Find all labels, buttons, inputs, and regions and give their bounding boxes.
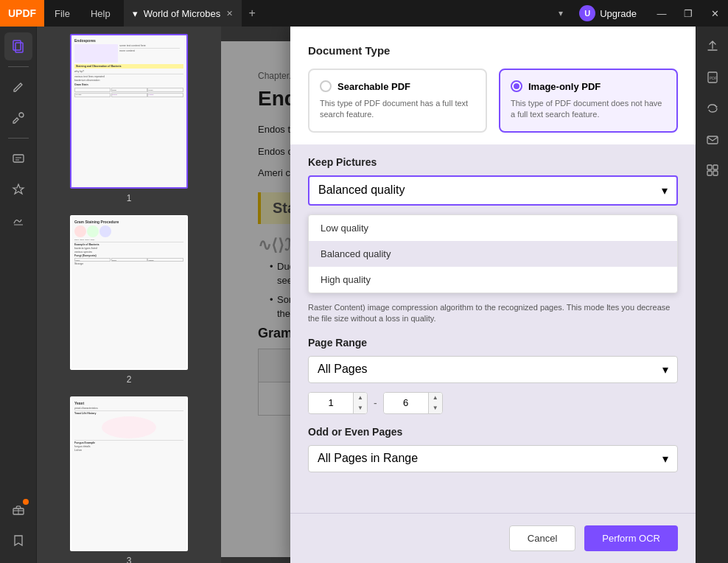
page-from-down[interactable]: ▼ — [354, 403, 367, 413]
pdf-save-icon[interactable]: PDF — [699, 63, 727, 91]
page-range-dropdown[interactable]: All Pages ▾ — [308, 356, 678, 383]
cancel-button[interactable]: Cancel — [509, 525, 575, 551]
thumbnail-number-3: 3 — [127, 556, 132, 563]
stamp-icon[interactable] — [4, 175, 32, 203]
content-area: Chapter... End Endos that are harmed by … — [221, 27, 696, 563]
pages-icon[interactable] — [4, 32, 32, 60]
quality-dropdown-container: Balanced quality ▾ — [308, 175, 678, 206]
image-only-pdf-radio[interactable] — [511, 80, 522, 92]
thumbnail-image-2[interactable]: Gram Staining Procedure step1step2step3s… — [70, 215, 188, 370]
close-button[interactable]: ✕ — [701, 0, 728, 27]
page-range-inputs: ▲ ▼ - ▲ ▼ — [308, 392, 678, 414]
quality-option-high[interactable]: High quality — [309, 267, 677, 293]
page-range-separator: - — [374, 397, 377, 409]
quality-dropdown-popup: Low quality Balanced quality High qualit… — [308, 214, 678, 293]
help-menu[interactable]: Help — [80, 0, 121, 27]
upgrade-section: U Upgrade — [570, 5, 645, 21]
svg-rect-15 — [713, 171, 718, 175]
tab-close-icon[interactable]: ✕ — [226, 9, 233, 18]
page-to-input[interactable] — [384, 393, 428, 413]
page-range-arrow: ▾ — [662, 363, 668, 377]
svg-point-2 — [19, 113, 24, 117]
page-from-input[interactable] — [309, 393, 353, 413]
svg-rect-14 — [707, 171, 712, 175]
thumbnail-item-2[interactable]: Gram Staining Procedure step1step2step3s… — [44, 215, 214, 385]
new-tab-button[interactable]: + — [242, 7, 262, 20]
page-range-label: All Pages — [318, 363, 368, 376]
thumbnail-item-1[interactable]: Endospores some text content here more c… — [44, 34, 214, 203]
tab-arrow-icon: ▾ — [133, 8, 138, 19]
odd-even-dropdown-container: All Pages in Range ▾ — [308, 445, 678, 472]
page-range-title: Page Range — [308, 337, 678, 349]
tabs-dropdown-icon[interactable]: ▾ — [551, 8, 570, 18]
svg-rect-11 — [707, 136, 718, 144]
image-only-pdf-label: Image-only PDF — [528, 81, 601, 92]
page-from-up[interactable]: ▲ — [354, 393, 367, 403]
svg-rect-12 — [707, 165, 712, 169]
ocr-icon[interactable] — [699, 156, 727, 184]
page-range-dropdown-container: All Pages ▾ — [308, 356, 678, 383]
document-tab[interactable]: ▾ World of Microbes ✕ — [124, 0, 242, 27]
image-only-pdf-card[interactable]: Image-only PDF This type of PDF document… — [499, 69, 678, 133]
quality-option-low[interactable]: Low quality — [309, 215, 677, 241]
doc-type-title: Document Type — [308, 44, 678, 57]
thumbnail-image-1[interactable]: Endospores some text content here more c… — [70, 34, 188, 189]
tab-title: World of Microbes — [144, 8, 221, 19]
bookmark-icon[interactable] — [4, 526, 32, 554]
svg-rect-0 — [13, 41, 21, 50]
annotate-icon[interactable] — [4, 104, 32, 132]
quality-option-balanced[interactable]: Balanced quality — [309, 241, 677, 267]
menu-bar: File Help — [44, 0, 121, 27]
odd-even-title: Odd or Even Pages — [308, 426, 678, 438]
odd-even-label: All Pages in Range — [318, 452, 418, 465]
maximize-button[interactable]: ❐ — [675, 0, 701, 27]
svg-rect-1 — [15, 43, 23, 52]
page-to-up[interactable]: ▲ — [429, 393, 442, 403]
title-bar: UPDF File Help ▾ World of Microbes ✕ + ▾… — [0, 0, 728, 27]
left-sidebar — [0, 27, 37, 563]
odd-even-arrow: ▾ — [662, 452, 668, 466]
convert-icon[interactable] — [699, 94, 727, 122]
app-logo: UPDF — [0, 0, 44, 27]
thumbnail-number-2: 2 — [127, 374, 132, 385]
modal-dialog: Document Type Searchable PDF This type o… — [290, 27, 696, 563]
file-menu[interactable]: File — [44, 0, 80, 27]
page-to-input-box: ▲ ▼ — [383, 392, 443, 414]
page-to-spinner: ▲ ▼ — [428, 393, 442, 413]
searchable-pdf-desc: This type of PDF document has a full tex… — [320, 98, 475, 121]
odd-even-dropdown[interactable]: All Pages in Range ▾ — [308, 445, 678, 472]
searchable-pdf-label: Searchable PDF — [337, 81, 410, 92]
searchable-pdf-card[interactable]: Searchable PDF This type of PDF document… — [308, 69, 487, 133]
thumbnail-item-3[interactable]: Yeast yeast characteristics Yeast Life H… — [44, 396, 214, 563]
page-from-spinner: ▲ ▼ — [353, 393, 367, 413]
modal-footer: Cancel Perform OCR — [290, 513, 696, 563]
sign-icon[interactable] — [4, 206, 32, 234]
upgrade-label[interactable]: Upgrade — [600, 8, 637, 19]
right-sidebar: PDF — [696, 27, 728, 563]
quality-dropdown-selected[interactable]: Balanced quality ▾ — [308, 175, 678, 206]
minimize-button[interactable]: — — [648, 0, 675, 27]
page-to-down[interactable]: ▼ — [429, 403, 442, 413]
sidebar-bottom — [4, 495, 32, 563]
thumbnail-panel: Endospores some text content here more c… — [37, 27, 221, 563]
doc-type-section: Document Type Searchable PDF This type o… — [290, 27, 696, 144]
svg-text:PDF: PDF — [710, 76, 717, 80]
perform-ocr-button[interactable]: Perform OCR — [584, 525, 678, 551]
searchable-pdf-radio[interactable] — [320, 80, 332, 92]
svg-rect-13 — [713, 165, 718, 169]
image-only-pdf-header: Image-only PDF — [511, 80, 666, 92]
gift-icon[interactable] — [4, 495, 32, 523]
keep-pictures-title: Keep Pictures — [308, 156, 678, 168]
thumbnail-image-3[interactable]: Yeast yeast characteristics Yeast Life H… — [70, 396, 188, 551]
page-from-input-box: ▲ ▼ — [308, 392, 368, 414]
form-icon[interactable] — [4, 144, 32, 172]
thumbnail-number-1: 1 — [127, 193, 132, 203]
email-icon[interactable] — [699, 125, 727, 153]
quality-description: Raster Content) image compression algori… — [308, 302, 678, 325]
quality-selected-label: Balanced quality — [318, 183, 405, 197]
edit-icon[interactable] — [4, 73, 32, 101]
image-only-pdf-desc: This type of PDF document does not have … — [511, 98, 666, 121]
upload-icon[interactable] — [699, 32, 727, 60]
user-avatar: U — [579, 5, 595, 21]
svg-rect-3 — [13, 155, 24, 162]
